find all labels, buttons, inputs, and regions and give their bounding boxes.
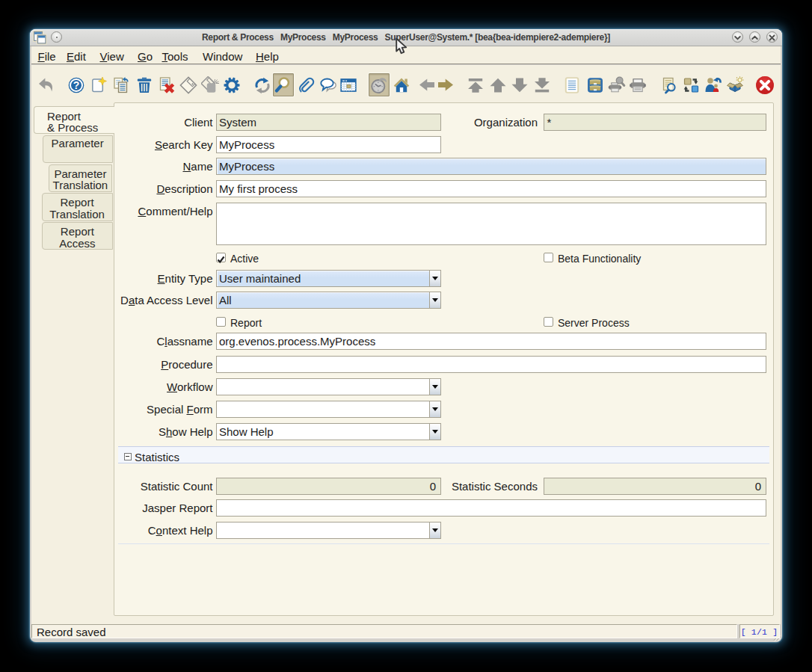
svg-text:?: ? (73, 79, 79, 91)
